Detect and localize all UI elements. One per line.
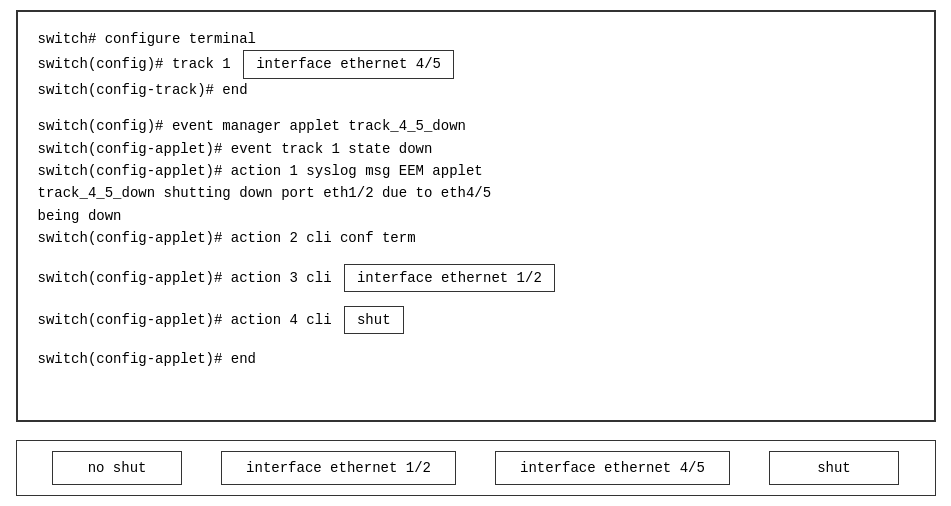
terminal-line-5: switch(config-applet)# event track 1 sta… <box>38 138 914 160</box>
line-text-5: switch(config-applet)# event track 1 sta… <box>38 138 433 160</box>
spacer-4 <box>38 334 914 348</box>
line-text-6: switch(config-applet)# action 1 syslog m… <box>38 160 483 182</box>
terminal-line-7: track_4_5_down shutting down port eth1/2… <box>38 182 914 204</box>
terminal-line-10: switch(config-applet)# action 3 cli inte… <box>38 264 914 292</box>
line-text-9: switch(config-applet)# action 2 cli conf… <box>38 227 416 249</box>
inline-box-action3[interactable]: interface ethernet 1/2 <box>344 264 555 292</box>
line-text-8: being down <box>38 205 122 227</box>
terminal-line-2: switch(config)# track 1 interface ethern… <box>38 50 914 78</box>
line-text-4: switch(config)# event manager applet tra… <box>38 115 466 137</box>
terminal-line-11: switch(config-applet)# action 4 cli shut <box>38 306 914 334</box>
line-text-12: switch(config-applet)# end <box>38 348 256 370</box>
terminal-line-6: switch(config-applet)# action 1 syslog m… <box>38 160 914 182</box>
terminal-line-3: switch(config-track)# end <box>38 79 914 101</box>
line-text-7: track_4_5_down shutting down port eth1/2… <box>38 182 492 204</box>
option-btn-no-shut[interactable]: no shut <box>52 451 182 485</box>
terminal-line-8: being down <box>38 205 914 227</box>
line-text-11: switch(config-applet)# action 4 cli <box>38 309 340 331</box>
line-text-2: switch(config)# track 1 <box>38 53 240 75</box>
bottom-options-bar: no shut interface ethernet 1/2 interface… <box>16 440 936 496</box>
terminal-line-1: switch# configure terminal <box>38 28 914 50</box>
line-text-3: switch(config-track)# end <box>38 79 248 101</box>
terminal-line-4: switch(config)# event manager applet tra… <box>38 115 914 137</box>
terminal-line-9: switch(config-applet)# action 2 cli conf… <box>38 227 914 249</box>
option-btn-shut[interactable]: shut <box>769 451 899 485</box>
spacer-2 <box>38 250 914 264</box>
option-btn-interface-eth-4-5[interactable]: interface ethernet 4/5 <box>495 451 730 485</box>
line-text-1: switch# configure terminal <box>38 28 256 50</box>
terminal-window: switch# configure terminal switch(config… <box>16 10 936 422</box>
inline-box-action4[interactable]: shut <box>344 306 404 334</box>
inline-box-track1[interactable]: interface ethernet 4/5 <box>243 50 454 78</box>
line-text-10: switch(config-applet)# action 3 cli <box>38 267 340 289</box>
spacer-1 <box>38 101 914 115</box>
option-btn-interface-eth-1-2[interactable]: interface ethernet 1/2 <box>221 451 456 485</box>
spacer-3 <box>38 292 914 306</box>
terminal-line-12: switch(config-applet)# end <box>38 348 914 370</box>
